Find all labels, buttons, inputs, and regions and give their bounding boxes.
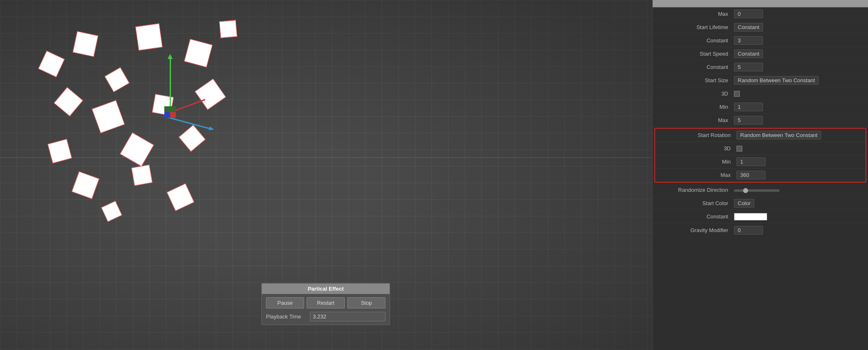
value-3d2 [736,145,859,152]
value-min1: 1 [734,103,861,111]
checkbox-3d2[interactable] [736,146,742,152]
particle [72,171,100,199]
row-max-rot: Max 360 [655,169,866,182]
particle [135,23,163,51]
value-gravity-modifier: 0 [734,226,861,235]
stop-button[interactable]: Stop [347,297,385,308]
color-swatch-constant[interactable] [734,213,767,220]
slider-randomize-dir[interactable] [734,189,780,192]
value-constant2: 5 [734,63,861,71]
label-constant2: Constant [659,64,734,70]
cube-top [164,106,176,112]
particle [92,100,124,133]
label-start-size: Start Size [659,77,734,83]
label-start-speed: Start Speed [659,51,734,57]
panel-buttons: Pause Restart Stop [266,297,385,308]
particle [167,184,194,211]
label-constant1: Constant [659,37,734,44]
dropdown-start-color[interactable]: Color [734,199,754,208]
label-max: Max [659,11,734,17]
inspector-top-bar [653,0,868,7]
box-gravity-modifier[interactable]: 0 [734,226,763,235]
row-min1: Min 1 [653,100,868,114]
box-max2[interactable]: 5 [734,116,763,125]
box-max-rot[interactable]: 360 [736,171,766,179]
playback-label: Playback Time [266,313,307,320]
value-constant1: 3 [734,36,861,45]
particle [195,78,226,110]
slider-thumb [743,188,748,193]
cube-right [170,112,176,118]
value-min-rot: 1 [736,157,859,166]
panel-body: Pause Restart Stop Playback Time [262,294,390,325]
row-randomize-dir: Randomize Direction [653,184,868,197]
label-start-lifetime: Start Lifetime [659,24,734,30]
row-3d2: 3D [655,142,866,155]
row-gravity-modifier: Gravity Modifier 0 [653,223,868,237]
value-3d1 [734,91,861,97]
label-randomize-dir: Randomize Direction [659,187,734,193]
row-constant3: Constant [653,210,868,223]
value-start-lifetime: Constant [734,23,861,32]
particle [73,31,98,57]
row-start-color: Start Color Color [653,197,868,210]
cube-left [164,112,170,118]
z-axis [166,116,210,129]
particle [132,165,153,186]
particle [105,67,129,92]
row-max: Max 0 [653,7,868,21]
label-3d2: 3D [662,145,736,152]
dropdown-start-speed[interactable]: Constant [734,49,763,58]
pause-button[interactable]: Pause [266,297,304,308]
label-constant3: Constant [659,213,734,220]
box-max[interactable]: 0 [734,10,763,18]
value-max2: 5 [734,116,861,125]
particle [219,20,237,38]
box-constant1[interactable]: 3 [734,36,763,45]
inspector-panel: Max 0 Start Lifetime Constant Constant 3… [652,0,868,350]
row-max2: Max 5 [653,114,868,127]
y-axis [170,58,171,112]
particle [38,51,65,77]
box-constant2[interactable]: 5 [734,63,763,71]
value-start-size: Random Between Two Constant [734,76,861,85]
box-min1[interactable]: 1 [734,103,763,111]
particle [179,125,206,152]
value-start-speed: Constant [734,49,861,58]
row-start-size: Start Size Random Between Two Constant [653,74,868,87]
dropdown-start-lifetime[interactable]: Constant [734,23,763,32]
value-max-rot: 360 [736,171,859,179]
checkbox-3d1[interactable] [734,91,740,97]
box-min-rot[interactable]: 1 [736,157,766,166]
dropdown-start-rotation[interactable]: Random Between Two Constant [736,131,821,140]
particles-area [41,21,249,249]
label-max-rot: Max [662,172,736,178]
particle [54,87,83,116]
label-max2: Max [659,117,734,123]
playback-row: Playback Time [266,312,385,321]
particle [101,201,122,222]
playback-time-input[interactable] [310,312,385,321]
restart-button[interactable]: Restart [307,297,345,308]
row-min-rot: Min 1 [655,155,866,169]
label-min1: Min [659,104,734,110]
particle [184,39,213,68]
row-constant2: Constant 5 [653,61,868,74]
row-start-speed: Start Speed Constant [653,47,868,61]
label-3d1: 3D [659,91,734,97]
particle [48,139,72,164]
viewport: Partical Effect Pause Restart Stop Playb… [0,0,652,350]
value-max: 0 [734,10,861,18]
value-randomize-dir [734,187,861,193]
particle-effect-panel: Partical Effect Pause Restart Stop Playb… [261,283,390,325]
label-start-rotation: Start Rotation [662,132,736,138]
origin-cube [164,106,176,118]
row-start-rotation: Start Rotation Random Between Two Consta… [655,129,866,142]
label-start-color: Start Color [659,200,734,206]
label-gravity-modifier: Gravity Modifier [659,227,734,233]
row-3d1: 3D [653,87,868,100]
particle [120,132,154,166]
highlighted-rotation-section: Start Rotation Random Between Two Consta… [654,128,866,183]
dropdown-start-size[interactable]: Random Between Two Constant [734,76,819,85]
row-constant1: Constant 3 [653,34,868,47]
